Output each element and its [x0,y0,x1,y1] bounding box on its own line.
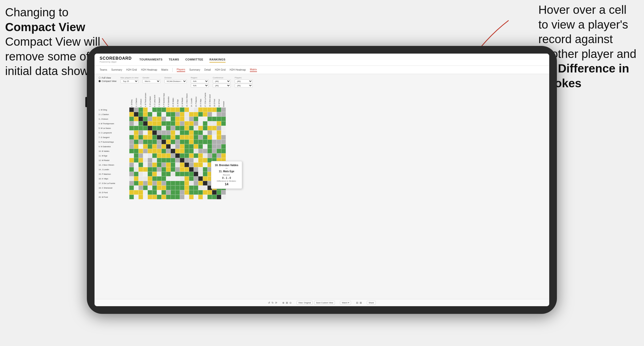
grid-cell[interactable] [166,107,171,112]
grid-cell[interactable] [175,140,180,144]
grid-cell[interactable] [203,167,207,172]
grid-cell[interactable] [194,144,198,149]
grid-cell[interactable] [189,130,194,135]
grid-cell[interactable] [129,190,134,195]
grid-cell[interactable] [221,126,226,130]
settings-icon[interactable]: ⊙ [289,301,291,304]
grid-cell[interactable] [221,195,226,199]
grid-cell[interactable] [175,121,180,126]
grid-cell[interactable] [129,195,134,199]
grid-cell[interactable] [189,167,194,172]
grid-cell[interactable] [198,158,203,163]
grid-cell[interactable] [161,121,166,126]
filter-players-select2[interactable]: (All) [235,84,253,88]
grid-cell[interactable] [166,181,171,186]
grid-cell[interactable] [161,130,166,135]
grid-cell[interactable] [198,144,203,149]
grid-cell[interactable] [134,195,138,199]
grid-cell[interactable] [129,140,134,144]
grid-cell[interactable] [194,158,198,163]
grid-cell[interactable] [171,195,175,199]
grid-cell[interactable] [143,153,148,158]
grid-cell[interactable] [194,186,198,190]
nav-teams[interactable]: TEAMS [169,57,179,63]
grid-cell[interactable] [203,149,207,153]
grid-cell[interactable] [157,130,161,135]
grid-cell[interactable] [198,121,203,126]
grid-cell[interactable] [129,186,134,190]
grid-cell[interactable] [184,163,189,167]
grid-cell[interactable] [180,172,184,176]
grid-cell[interactable] [203,186,207,190]
filter-conference-select[interactable]: (All) [213,79,231,83]
grid-cell[interactable] [180,190,184,195]
grid-cell[interactable] [217,107,221,112]
grid-cell[interactable] [157,176,161,181]
grid-cell[interactable] [189,107,194,112]
filter-region-select2[interactable]: N/A [191,84,209,88]
grid-cell[interactable] [134,112,138,117]
grid-cell[interactable] [189,186,194,190]
grid-cell[interactable] [184,176,189,181]
grid-cell[interactable] [148,186,152,190]
grid-cell[interactable] [134,140,138,144]
grid-cell[interactable] [171,176,175,181]
grid-cell[interactable] [157,117,161,121]
subnav-matrix2[interactable]: Matrix [250,68,257,72]
grid-cell[interactable] [161,158,166,163]
subnav-matrix1[interactable]: Matrix [161,68,168,72]
grid-cell[interactable] [134,172,138,176]
grid-cell[interactable] [180,149,184,153]
grid-cell[interactable] [198,167,203,172]
grid-cell[interactable] [194,153,198,158]
grid-cell[interactable] [157,112,161,117]
grid-cell[interactable] [152,195,157,199]
grid-cell[interactable] [143,176,148,181]
grid-cell[interactable] [194,121,198,126]
grid-cell[interactable] [157,121,161,126]
grid-cell[interactable] [184,195,189,199]
grid-cell[interactable] [207,130,212,135]
grid-cell[interactable] [189,121,194,126]
grid-cell[interactable] [207,153,212,158]
grid-cell[interactable] [189,117,194,121]
grid-cell[interactable] [134,121,138,126]
grid-cell[interactable] [180,107,184,112]
grid-cell[interactable] [152,130,157,135]
grid-cell[interactable] [203,112,207,117]
grid-cell[interactable] [198,130,203,135]
grid-cell[interactable] [217,112,221,117]
grid-cell[interactable] [152,167,157,172]
grid-cell[interactable] [180,144,184,149]
grid-cell[interactable] [129,130,134,135]
grid-cell[interactable] [129,167,134,172]
grid-cell[interactable] [166,153,171,158]
grid-cell[interactable] [203,153,207,158]
grid-cell[interactable] [166,135,171,140]
grid-cell[interactable] [184,107,189,112]
grid-cell[interactable] [157,140,161,144]
grid-cell[interactable] [184,126,189,130]
grid-cell[interactable] [148,130,152,135]
grid-cell[interactable] [189,190,194,195]
grid-cell[interactable] [143,107,148,112]
grid-cell[interactable] [184,167,189,172]
grid-cell[interactable] [161,163,166,167]
grid-cell[interactable] [138,112,143,117]
watch-btn[interactable]: Watch ▾ [340,301,351,305]
grid-cell[interactable] [171,163,175,167]
grid-cell[interactable] [198,126,203,130]
grid-cell[interactable] [217,121,221,126]
grid-cell[interactable] [194,135,198,140]
grid-cell[interactable] [217,190,221,195]
grid-cell[interactable] [171,117,175,121]
share-btn[interactable]: Share [367,301,376,305]
grid-cell[interactable] [189,140,194,144]
grid-cell[interactable] [161,144,166,149]
grid-cell[interactable] [157,153,161,158]
grid-cell[interactable] [138,130,143,135]
grid-cell[interactable] [221,140,226,144]
grid-cell[interactable] [217,153,221,158]
grid-cell[interactable] [194,130,198,135]
grid-cell[interactable] [171,112,175,117]
